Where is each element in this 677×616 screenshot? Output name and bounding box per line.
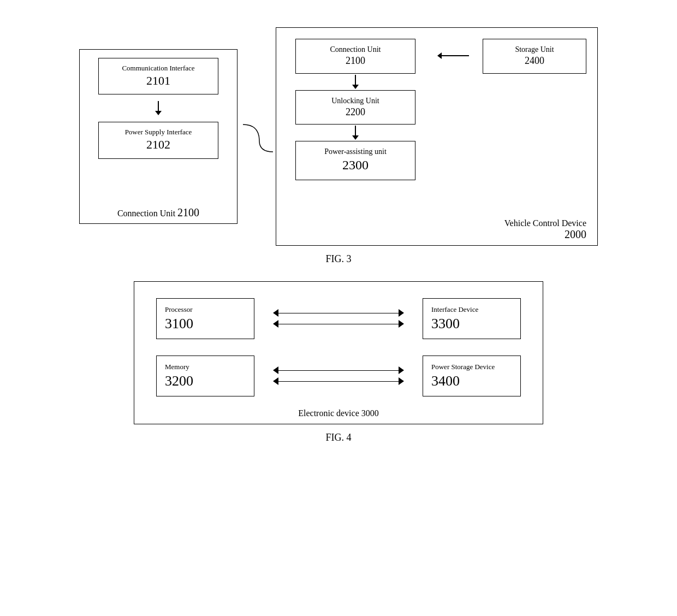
interface-device-box: Interface Device 3300 [423, 298, 521, 339]
power-assisting-num: 2300 [302, 157, 408, 174]
unlocking-unit-box: Unlocking Unit 2200 [295, 90, 415, 125]
storage-unit-num: 2400 [490, 55, 579, 67]
storage-unit-label: Storage Unit [515, 45, 554, 54]
arrowhead-right-2 [399, 366, 404, 374]
interface-device-label: Interface Device [431, 305, 512, 315]
connection-unit-2100-outer-box: Communication Interface 2101 Power Suppl… [79, 49, 237, 224]
storage-unit-box: Storage Unit 2400 [483, 39, 586, 74]
arrowhead-left-2b [273, 377, 278, 385]
arrow-head-2 [352, 85, 359, 89]
arrowhead-left-1 [273, 309, 278, 317]
arrow-down-2 [352, 75, 359, 89]
power-supply-box: Power Supply Interface 2102 [98, 122, 218, 158]
arrow-line-3 [355, 126, 356, 135]
right-left-col: Connection Unit 2100 Unlocking Unit 2200 [287, 39, 424, 180]
power-storage-box: Power Storage Device 3400 [423, 356, 521, 396]
arrowhead-left-2 [273, 366, 278, 374]
storage-arrow-col [435, 39, 472, 180]
right-inner-layout: Connection Unit 2100 Unlocking Unit 2200 [287, 39, 586, 180]
comm-interface-label: Communication Interface [105, 64, 211, 73]
arrow-head-3 [352, 135, 359, 140]
comm-interface-num: 2101 [105, 73, 211, 89]
arrow-line [158, 101, 159, 111]
arrow-row2-bot [273, 377, 404, 385]
double-arrow-row1 [273, 309, 404, 328]
connector-svg-element [243, 114, 276, 157]
arrow-line-2 [355, 75, 356, 85]
fig3-container: Communication Interface 2101 Power Suppl… [33, 16, 644, 270]
arrow-head-left [437, 52, 442, 59]
fig3-caption: FIG. 3 [325, 253, 351, 265]
electronic-device-box: Processor 3100 Inter [134, 281, 543, 424]
fig4-row-2: Memory 3200 Power St [156, 356, 521, 396]
memory-box: Memory 3200 [156, 356, 254, 396]
power-supply-label: Power Supply Interface [105, 128, 211, 137]
power-assisting-label: Power-assisting unit [324, 147, 387, 156]
arrow-line-top-1 [278, 313, 399, 314]
fig3-diagram: Communication Interface 2101 Power Suppl… [79, 27, 598, 246]
curved-connector [243, 114, 276, 159]
arrow-left-storage [437, 52, 469, 59]
right-right-col: Storage Unit 2400 [483, 39, 586, 180]
arrow-line-h [442, 55, 469, 56]
power-assisting-box: Power-assisting unit 2300 [295, 141, 415, 180]
electronic-device-label: Electronic device 3000 [298, 408, 379, 418]
right-outer-label: Vehicle Control Device 2000 [504, 218, 586, 241]
arrowhead-right-2b [399, 377, 404, 385]
processor-num: 3100 [165, 316, 246, 332]
processor-box: Processor 3100 [156, 298, 254, 339]
conn-unit-num: 2100 [302, 55, 408, 67]
arrow-line-bot-1 [278, 324, 399, 325]
comm-interface-box: Communication Interface 2101 [98, 58, 218, 94]
arrow-line-top-2 [278, 370, 399, 371]
arrowhead-left-1b [273, 320, 278, 328]
power-storage-num: 3400 [431, 373, 512, 389]
arrowhead-right-1b [399, 320, 404, 328]
processor-label: Processor [165, 305, 246, 315]
page: Communication Interface 2101 Power Suppl… [0, 0, 677, 616]
double-arrow-row2 [273, 366, 404, 385]
fig4-caption: FIG. 4 [325, 432, 351, 443]
arrowhead-right-1 [399, 309, 404, 317]
vehicle-control-label-line1: Vehicle Control Device [504, 218, 586, 228]
arrow-line-bot-2 [278, 381, 399, 382]
power-supply-num: 2102 [105, 137, 211, 153]
memory-num: 3200 [165, 373, 246, 389]
unlocking-num: 2200 [302, 106, 408, 119]
vehicle-control-num: 2000 [565, 228, 586, 240]
left-outer-label: Connection Unit 2100 [117, 206, 199, 219]
power-storage-label: Power Storage Device [431, 363, 512, 372]
conn-unit-label: Connection Unit [330, 45, 381, 54]
arrow-row1-top [273, 309, 404, 317]
vehicle-control-device-box: Connection Unit 2100 Unlocking Unit 2200 [276, 27, 598, 246]
arrow-row1-bot [273, 320, 404, 328]
arrow-head [155, 111, 162, 115]
arrow-down-1 [155, 101, 162, 115]
unlocking-label: Unlocking Unit [331, 97, 379, 105]
arrow-down-3 [352, 126, 359, 140]
fig4-row-1: Processor 3100 Inter [156, 298, 521, 339]
arrow-row2-top [273, 366, 404, 374]
interface-device-num: 3300 [431, 316, 512, 332]
memory-label: Memory [165, 363, 246, 372]
fig4-container: Processor 3100 Inter [33, 281, 644, 449]
connection-unit-box: Connection Unit 2100 [295, 39, 415, 74]
